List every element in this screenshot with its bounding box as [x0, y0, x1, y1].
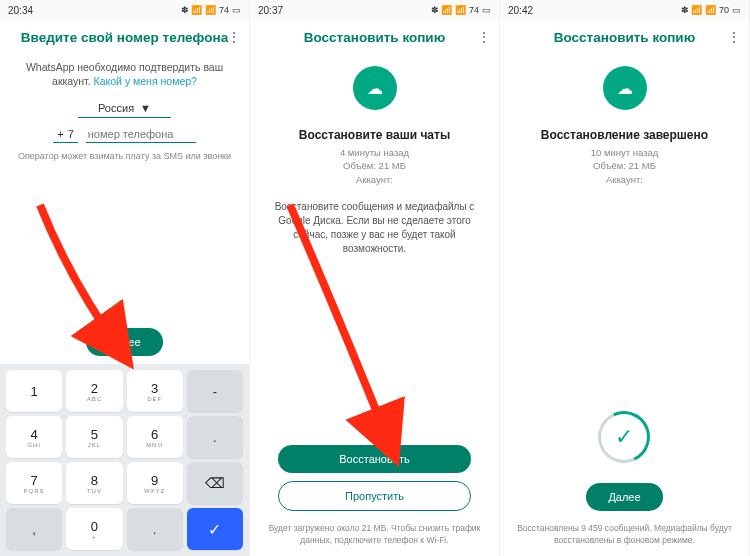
key-dot2[interactable]: . — [127, 508, 183, 550]
cloud-upload-icon: ☁ — [603, 66, 647, 110]
menu-icon[interactable]: ⋮ — [477, 30, 491, 44]
key-backspace[interactable]: ⌫ — [187, 462, 243, 504]
backup-meta: 10 минут назад Объём: 21 МБ Аккаунт: — [591, 146, 659, 186]
header: Введите свой номер телефона ⋮ — [0, 20, 249, 56]
key-5[interactable]: 5JKL — [66, 416, 122, 458]
key-0[interactable]: 0+ — [66, 508, 122, 550]
carrier-hint: Оператор может взимать плату за SMS или … — [18, 151, 231, 161]
key-comma[interactable]: , — [6, 508, 62, 550]
key-8[interactable]: 8TUV — [66, 462, 122, 504]
phone-input[interactable] — [86, 126, 196, 143]
footer-note: Будет загружено около 21 МБ. Чтобы снизи… — [250, 523, 499, 556]
success-check-icon: ✓ — [591, 404, 658, 471]
restore-subtitle: Восстановите ваши чаты — [299, 128, 450, 142]
menu-icon[interactable]: ⋮ — [227, 30, 241, 44]
key-dot[interactable]: . — [187, 416, 243, 458]
key-1[interactable]: 1 — [6, 370, 62, 412]
country-selector[interactable]: Россия ▼ — [78, 99, 171, 118]
page-title: Восстановить копию — [304, 30, 445, 46]
key-3[interactable]: 3DEF — [127, 370, 183, 412]
restore-subtitle: Восстановление завершено — [541, 128, 708, 142]
next-button[interactable]: Далее — [586, 483, 662, 511]
status-bar: 20:34 ✽ 📶 📶 74▭ — [0, 0, 249, 20]
footer-note: Восстановлены 9 459 сообщений. Медиафайл… — [500, 523, 749, 556]
header: Восстановить копию ⋮ — [250, 20, 499, 56]
key-7[interactable]: 7PQRS — [6, 462, 62, 504]
verify-description: WhatsApp необходимо подтвердить ваш акка… — [14, 60, 235, 88]
screen-restore-complete: 20:42 ✽ 📶 📶 70▭ Восстановить копию ⋮ ☁ В… — [500, 0, 750, 556]
backup-meta: 4 минуты назад Объём: 21 МБ Аккаунт: — [340, 146, 409, 186]
key-6[interactable]: 6MNO — [127, 416, 183, 458]
key-confirm[interactable]: ✓ — [187, 508, 243, 550]
next-button[interactable]: Далее — [86, 328, 162, 356]
cloud-upload-icon: ☁ — [353, 66, 397, 110]
chevron-down-icon: ▼ — [140, 102, 151, 114]
status-time: 20:37 — [258, 5, 283, 16]
whats-my-number-link[interactable]: Какой у меня номер? — [94, 75, 197, 87]
status-bar: 20:42 ✽ 📶 📶 70▭ — [500, 0, 749, 20]
status-time: 20:42 — [508, 5, 533, 16]
restore-description: Восстановите сообщения и медиафайлы с Go… — [264, 200, 485, 256]
restore-button[interactable]: Восстановить — [278, 445, 471, 473]
status-icons: ✽ 📶 📶 70▭ — [681, 5, 741, 15]
status-bar: 20:37 ✽ 📶 📶 74▭ — [250, 0, 499, 20]
country-name: Россия — [98, 102, 134, 114]
status-icons: ✽ 📶 📶 74▭ — [431, 5, 491, 15]
status-time: 20:34 — [8, 5, 33, 16]
numeric-keypad: 1 2ABC 3DEF - 4GHI 5JKL 6MNO . 7PQRS 8TU… — [0, 364, 249, 556]
menu-icon[interactable]: ⋮ — [727, 30, 741, 44]
key-9[interactable]: 9WXYZ — [127, 462, 183, 504]
page-title: Восстановить копию — [554, 30, 695, 46]
status-icons: ✽ 📶 📶 74▭ — [181, 5, 241, 15]
screen-restore-backup: 20:37 ✽ 📶 📶 74▭ Восстановить копию ⋮ ☁ В… — [250, 0, 500, 556]
page-title: Введите свой номер телефона — [21, 30, 228, 46]
header: Восстановить копию ⋮ — [500, 20, 749, 56]
key-minus[interactable]: - — [187, 370, 243, 412]
key-4[interactable]: 4GHI — [6, 416, 62, 458]
key-2[interactable]: 2ABC — [66, 370, 122, 412]
screen-phone-number: 20:34 ✽ 📶 📶 74▭ Введите свой номер телеф… — [0, 0, 250, 556]
skip-button[interactable]: Пропустить — [278, 481, 471, 511]
country-code[interactable]: + 7 — [53, 126, 78, 143]
